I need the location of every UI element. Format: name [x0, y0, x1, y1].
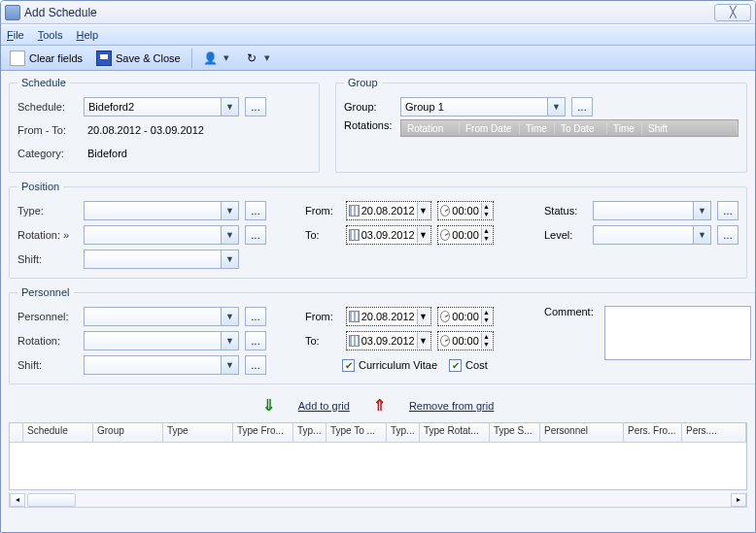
shift-select[interactable]: ▼: [84, 250, 239, 269]
calendar-icon: [349, 229, 360, 241]
clock-icon: [440, 229, 450, 241]
grid-col-typeto[interactable]: Type To ...: [326, 423, 387, 442]
schedule-lookup-button[interactable]: …: [245, 97, 266, 117]
grid-header: Schedule Group Type Type Fro... Typ... T…: [10, 423, 746, 443]
refresh-icon: ↻: [244, 50, 259, 66]
grid-hscrollbar[interactable]: ◂ ▸: [9, 492, 747, 508]
status-lookup-button[interactable]: …: [717, 201, 739, 220]
grid-col-personnel[interactable]: Personnel: [540, 423, 624, 442]
chevron-down-icon: ▼: [693, 226, 710, 244]
level-lookup-button[interactable]: …: [717, 225, 739, 245]
grid-col-type[interactable]: Type: [163, 423, 233, 442]
cv-label: Curriculum Vitae: [359, 359, 437, 371]
schedule-label: Schedule:: [17, 101, 78, 113]
document-icon: [10, 50, 25, 66]
to-date-value: 03.09.2012: [361, 229, 415, 241]
scroll-right-button[interactable]: ▸: [731, 493, 746, 507]
pers-to-time-value: 00:00: [452, 335, 479, 347]
to-time-value: 00:00: [452, 229, 479, 241]
pers-from-time-input[interactable]: 00:00▲▼: [437, 307, 494, 326]
pers-to-date-input[interactable]: 03.09.2012▼: [346, 331, 431, 350]
type-lookup-button[interactable]: …: [245, 201, 266, 220]
from-date-input[interactable]: 20.08.2012▼: [346, 201, 431, 220]
status-select[interactable]: ▼: [593, 201, 711, 220]
add-to-grid-link[interactable]: Add to grid: [298, 400, 350, 412]
menu-file[interactable]: File: [7, 29, 24, 41]
window-title: Add Schedule: [24, 6, 714, 19]
save-close-button[interactable]: Save & Close: [91, 49, 186, 68]
chevron-down-icon: ▼: [417, 333, 429, 349]
rotations-header: Rotation From Date Time To Date Time Shi…: [400, 119, 739, 137]
calendar-icon: [349, 205, 360, 217]
grid-col-typerotat[interactable]: Type Rotat...: [420, 423, 490, 442]
fromto-label: From - To:: [17, 124, 78, 136]
separator: [191, 49, 192, 68]
personnel-lookup-button[interactable]: …: [245, 307, 266, 326]
clock-icon: [440, 335, 450, 347]
grid-col-typefrom[interactable]: Type Fro...: [233, 423, 293, 442]
scroll-left-button[interactable]: ◂: [10, 493, 25, 507]
cost-checkbox[interactable]: ✔Cost: [449, 359, 488, 372]
pers-shift-lookup-button[interactable]: …: [245, 355, 266, 375]
from-label: From:: [305, 205, 340, 217]
pers-to-time-input[interactable]: 00:00▲▼: [437, 331, 494, 350]
schedule-legend: Schedule: [17, 77, 70, 88]
position-group: Position Type: ▼ … Rotation: » ▼ … Shift…: [9, 181, 747, 279]
top-columns: Schedule Schedule: Bideford2 ▼ … From - …: [9, 77, 747, 179]
chevron-down-icon: ▼: [221, 308, 238, 325]
pers-from-date-input[interactable]: 20.08.2012▼: [346, 307, 431, 326]
clock-icon: [440, 205, 450, 217]
remove-from-grid-link[interactable]: Remove from grid: [409, 400, 494, 412]
position-legend: Position: [17, 181, 63, 192]
level-label: Level:: [544, 229, 587, 241]
rotation-lookup-button[interactable]: …: [245, 225, 266, 245]
personnel-select[interactable]: ▼: [84, 307, 239, 326]
grid-col-persfrom[interactable]: Pers. Fro...: [624, 423, 682, 442]
from-date-value: 20.08.2012: [361, 205, 415, 217]
menu-tools[interactable]: Tools: [38, 29, 63, 41]
status-label: Status:: [544, 205, 587, 217]
rotation-select[interactable]: ▼: [84, 225, 239, 245]
to-date-input[interactable]: 03.09.2012▼: [346, 225, 431, 245]
comment-textarea[interactable]: [604, 306, 751, 360]
result-grid[interactable]: Schedule Group Type Type Fro... Typ... T…: [9, 422, 747, 490]
toolbar-action-1[interactable]: 👤 ▾: [198, 49, 235, 68]
toolbar-action-2[interactable]: ↻ ▾: [239, 49, 276, 68]
group-lookup-button[interactable]: …: [571, 97, 593, 117]
titlebar: Add Schedule ╳: [1, 1, 755, 24]
menubar: File Tools Help: [1, 24, 755, 46]
pers-rotation-lookup-button[interactable]: …: [245, 331, 266, 350]
cv-checkbox[interactable]: ✔Curriculum Vitae: [342, 359, 437, 372]
group-select[interactable]: Group 1 ▼: [400, 97, 566, 117]
col-rotation: Rotation: [401, 123, 460, 134]
grid-col-group[interactable]: Group: [93, 423, 163, 442]
grid-col-pers[interactable]: Pers....: [682, 423, 746, 442]
spinner-icon: ▲▼: [481, 203, 491, 218]
type-select[interactable]: ▼: [84, 201, 239, 220]
category-label: Category:: [17, 148, 78, 159]
grid-col-typ2[interactable]: Typ...: [387, 423, 420, 442]
clear-fields-button[interactable]: Clear fields: [5, 49, 87, 68]
pers-rotation-select[interactable]: ▼: [84, 331, 239, 350]
close-button[interactable]: ╳: [714, 4, 751, 21]
personnel-legend: Personnel: [17, 286, 74, 298]
schedule-select[interactable]: Bideford2 ▼: [84, 97, 239, 117]
spinner-icon: ▲▼: [481, 333, 491, 349]
level-select[interactable]: ▼: [593, 225, 711, 245]
pers-shift-select[interactable]: ▼: [84, 355, 239, 375]
grid-col-typ1[interactable]: Typ...: [293, 423, 326, 442]
scroll-thumb[interactable]: [27, 493, 76, 507]
to-time-input[interactable]: 00:00▲▼: [437, 225, 494, 245]
personnel-group: Personnel Personnel: ▼ … Rotation: ▼ … S…: [9, 286, 755, 384]
from-time-input[interactable]: 00:00▲▼: [437, 201, 494, 220]
save-icon: [96, 50, 112, 66]
schedule-select-value: Bideford2: [88, 101, 134, 113]
menu-help[interactable]: Help: [76, 29, 98, 41]
chevron-down-icon: ▼: [221, 226, 238, 244]
grid-col-schedule[interactable]: Schedule: [23, 423, 93, 442]
chevron-down-icon: ▼: [417, 203, 429, 218]
personnel-label: Personnel:: [17, 311, 78, 322]
spinner-icon: ▲▼: [481, 227, 491, 243]
grid-col-types[interactable]: Type S...: [490, 423, 540, 442]
chevron-down-icon: ▼: [221, 332, 238, 350]
